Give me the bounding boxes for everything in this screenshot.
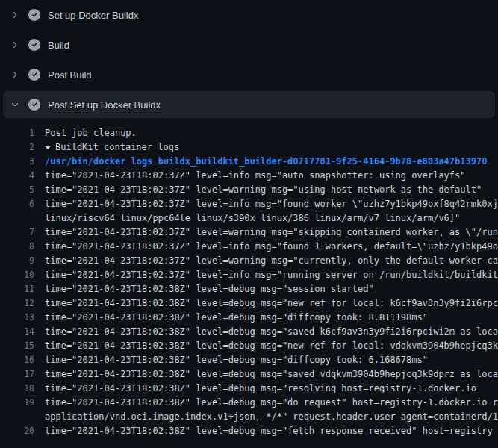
log-line-number[interactable]: 8 [0, 240, 34, 254]
step-label: Post Set up Docker Buildx [48, 99, 161, 111]
log-line-text: time="2021-04-23T18:02:38Z" level=debug … [45, 325, 498, 339]
log-line[interactable]: 9 time="2021-04-23T18:02:37Z" level=warn… [0, 254, 498, 268]
log-line[interactable]: 7 time="2021-04-23T18:02:37Z" level=warn… [0, 225, 498, 240]
log-line-number[interactable]: 14 [0, 325, 34, 339]
log-line[interactable]: 19 time="2021-04-23T18:02:38Z" level=deb… [0, 396, 498, 410]
log-line-text: time="2021-04-23T18:02:37Z" level=warnin… [45, 183, 498, 197]
log-line-number[interactable]: 1 [0, 126, 34, 140]
log-line[interactable]: 20 time="2021-04-23T18:02:38Z" level=deb… [0, 424, 498, 438]
chevron-right-icon[interactable] [10, 70, 19, 79]
log-line-number[interactable]: 4 [0, 169, 34, 183]
log-line-number[interactable]: 2 [0, 140, 34, 155]
check-circle-icon [28, 99, 40, 111]
log-line-number[interactable]: 3 [0, 155, 34, 169]
log-line-text: /usr/bin/docker logs buildx_buildkit_bui… [45, 155, 498, 169]
log-line-text: time="2021-04-23T18:02:38Z" level=debug … [45, 396, 498, 410]
log-line[interactable]: 16 time="2021-04-23T18:02:38Z" level=deb… [0, 353, 498, 367]
chevron-down-icon[interactable] [10, 100, 19, 109]
step-row[interactable]: Post Set up Docker Buildx [3, 91, 495, 118]
actions-log-viewer: Set up Docker Buildx Build P [0, 0, 498, 448]
log-line-number[interactable]: 9 [0, 254, 34, 268]
log-line-text: time="2021-04-23T18:02:38Z" level=debug … [45, 296, 498, 311]
log-line-number[interactable]: 18 [0, 382, 34, 396]
check-circle-icon [28, 39, 40, 51]
log-line-number[interactable]: 10 [0, 268, 34, 282]
log-line-text: time="2021-04-23T18:02:37Z" level=info m… [45, 197, 498, 211]
log-line[interactable]: 4 time="2021-04-23T18:02:37Z" level=info… [0, 169, 498, 183]
log-line[interactable]: 5 time="2021-04-23T18:02:37Z" level=warn… [0, 183, 498, 197]
log-line[interactable]: 15 time="2021-04-23T18:02:38Z" level=deb… [0, 339, 498, 353]
log-line[interactable]: 17 time="2021-04-23T18:02:38Z" level=deb… [0, 367, 498, 382]
step-row[interactable]: Build [0, 30, 498, 60]
check-circle-icon [28, 69, 40, 81]
log-line[interactable]: 10 time="2021-04-23T18:02:37Z" level=inf… [0, 268, 498, 282]
log-line-text: time="2021-04-23T18:02:38Z" level=debug … [45, 353, 498, 367]
log-line-text: time="2021-04-23T18:02:38Z" level=debug … [45, 282, 498, 296]
log-line-number[interactable]: 5 [0, 183, 34, 197]
log-line[interactable]: 11 time="2021-04-23T18:02:38Z" level=deb… [0, 282, 498, 296]
check-circle-icon [28, 9, 40, 21]
log-line-text: time="2021-04-23T18:02:37Z" level=info m… [45, 268, 498, 282]
log-line-text: time="2021-04-23T18:02:37Z" level=info m… [45, 169, 498, 183]
log-line-text: time="2021-04-23T18:02:37Z" level=info m… [45, 240, 498, 254]
log-line[interactable]: 14 time="2021-04-23T18:02:38Z" level=deb… [0, 325, 498, 339]
group-collapse-triangle-icon[interactable] [45, 145, 51, 151]
log-line[interactable]: 18 time="2021-04-23T18:02:38Z" level=deb… [0, 382, 498, 396]
step-row[interactable]: Set up Docker Buildx [0, 0, 498, 30]
log-line[interactable]: 13 time="2021-04-23T18:02:38Z" level=deb… [0, 311, 498, 325]
steps-list: Set up Docker Buildx Build P [0, 0, 498, 118]
log-line[interactable]: 2 BuildKit container logs [0, 140, 498, 155]
log-line[interactable]: 12 time="2021-04-23T18:02:38Z" level=deb… [0, 296, 498, 311]
log-line-text: BuildKit container logs [55, 140, 498, 155]
chevron-right-icon[interactable] [10, 10, 19, 19]
log-line[interactable]: linux/riscv64 linux/ppc64le linux/s390x … [0, 211, 498, 225]
log-line[interactable]: 8 time="2021-04-23T18:02:37Z" level=info… [0, 240, 498, 254]
log-line-number[interactable]: 19 [0, 396, 34, 410]
log-line-text: time="2021-04-23T18:02:38Z" level=debug … [45, 311, 498, 325]
log-line[interactable]: 1 Post job cleanup. [0, 126, 498, 140]
log-line-text: application/vnd.oci.image.index.v1+json,… [45, 410, 498, 424]
log-line-number[interactable]: 20 [0, 424, 34, 438]
chevron-right-icon[interactable] [10, 40, 19, 49]
log-output: 1 Post job cleanup. 2 BuildKit container… [0, 119, 498, 438]
step-label: Post Build [48, 69, 92, 81]
log-line[interactable]: 3 /usr/bin/docker logs buildx_buildkit_b… [0, 155, 498, 169]
step-row[interactable]: Post Build [0, 60, 498, 90]
log-line[interactable]: 6 time="2021-04-23T18:02:37Z" level=info… [0, 197, 498, 211]
log-line-text: time="2021-04-23T18:02:37Z" level=warnin… [45, 225, 498, 240]
log-line-number[interactable]: 7 [0, 225, 34, 240]
log-line[interactable]: application/vnd.oci.image.index.v1+json,… [0, 410, 498, 424]
log-line-number[interactable]: 12 [0, 296, 34, 311]
log-line-number[interactable]: 16 [0, 353, 34, 367]
log-line-text: time="2021-04-23T18:02:38Z" level=debug … [45, 367, 498, 382]
log-line-number[interactable]: 15 [0, 339, 34, 353]
log-line-number[interactable]: 6 [0, 197, 34, 211]
step-label: Build [48, 40, 69, 51]
log-line-text: time="2021-04-23T18:02:37Z" level=warnin… [45, 254, 498, 268]
log-line-text: linux/riscv64 linux/ppc64le linux/s390x … [45, 211, 498, 225]
log-line-number[interactable]: 11 [0, 282, 34, 296]
log-line-text: Post job cleanup. [45, 126, 498, 140]
step-label: Set up Docker Buildx [48, 10, 138, 21]
log-line-text: time="2021-04-23T18:02:38Z" level=debug … [45, 424, 498, 438]
log-line-text: time="2021-04-23T18:02:38Z" level=debug … [45, 382, 498, 396]
log-line-text: time="2021-04-23T18:02:38Z" level=debug … [45, 339, 498, 353]
log-line-number[interactable]: 13 [0, 311, 34, 325]
log-line-number[interactable]: 17 [0, 367, 34, 382]
